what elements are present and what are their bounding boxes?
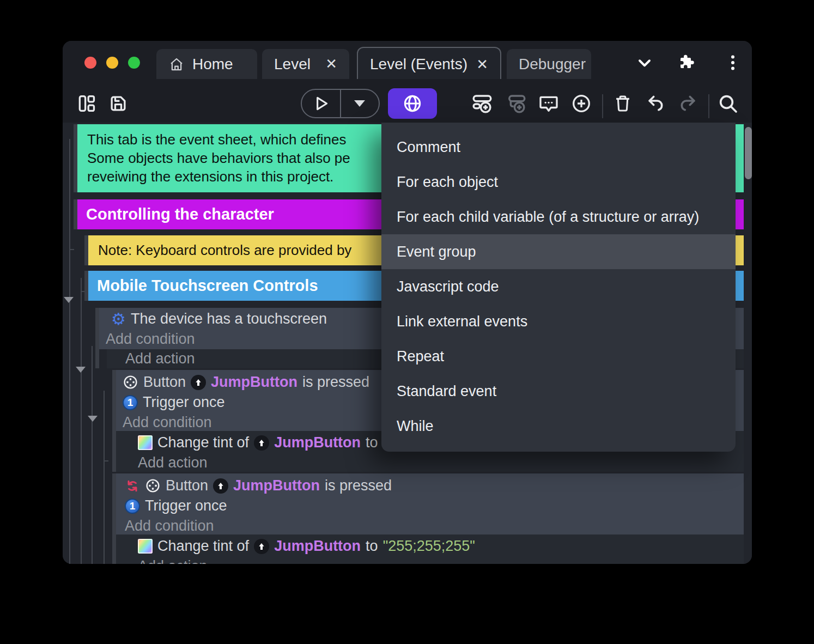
search-button[interactable] (716, 92, 740, 116)
save-button[interactable] (106, 92, 130, 116)
event-handle[interactable] (112, 473, 116, 564)
menu-item-comment[interactable]: Comment (381, 130, 736, 165)
action-text: to (366, 434, 378, 451)
open-events-function-globe-button[interactable] (388, 88, 437, 119)
event-handle[interactable] (74, 124, 77, 192)
tab-home[interactable]: Home (156, 49, 257, 79)
tab-label: Home (192, 56, 233, 73)
event-handle[interactable] (95, 308, 99, 368)
titlebar: Home Level ✕ Level (Events) ✕ Debugger (63, 41, 752, 79)
event-handle[interactable] (84, 271, 88, 301)
menu-item-for-each-object[interactable]: For each object (381, 165, 736, 199)
add-action-link[interactable]: Add action (125, 350, 195, 367)
indent-guide (81, 278, 82, 564)
add-comment-button[interactable] (537, 92, 561, 116)
menu-item-standard-event[interactable]: Standard event (381, 374, 736, 409)
minimize-window-button[interactable] (106, 57, 118, 69)
add-event-icon (471, 92, 494, 115)
close-tab-icon[interactable]: ✕ (476, 56, 488, 73)
tint-color-icon (138, 435, 153, 450)
toolbar (63, 79, 752, 123)
undo-button[interactable] (643, 92, 667, 116)
gamepad-button-icon (123, 374, 138, 390)
note-text: Note: Keyboard controls are provided by (98, 242, 351, 259)
add-condition-link[interactable]: Add condition (125, 518, 214, 534)
action-text: Change tint of (157, 538, 249, 555)
trigger-once-icon: 1 (125, 499, 140, 514)
search-icon (717, 93, 739, 114)
add-subevent-button[interactable] (504, 92, 528, 116)
object-name: JumpButton (233, 477, 320, 494)
tree-tick (69, 249, 74, 250)
toggle-panels-button[interactable] (75, 92, 99, 116)
zoom-window-button[interactable] (128, 57, 140, 69)
event-handle[interactable] (74, 199, 77, 229)
jumpbutton-object-icon (213, 478, 228, 494)
add-action-link[interactable]: Add action (138, 454, 208, 471)
collapse-event-touchscreen-toggle[interactable] (88, 416, 98, 422)
more-options-kebab-icon[interactable] (723, 53, 743, 72)
add-event-button[interactable] (470, 92, 494, 116)
tab-level[interactable]: Level ✕ (262, 49, 349, 79)
indent-guide (69, 139, 70, 564)
undo-icon (645, 93, 666, 114)
close-tab-icon[interactable]: ✕ (325, 56, 337, 72)
jumpbutton-object-icon (254, 539, 269, 554)
screen: Home Level ✕ Level (Events) ✕ Debugger (0, 0, 814, 644)
menu-item-for-each-child-variable[interactable]: For each child variable (of a structure … (381, 199, 736, 234)
event-jump2-conditions[interactable]: Button JumpButton is pressed 1 Trigger o… (116, 473, 744, 534)
comment-bubble-icon (538, 93, 560, 114)
tree-tick (104, 460, 108, 461)
menu-item-repeat[interactable]: Repeat (381, 339, 736, 374)
indent-guide (92, 346, 93, 564)
layout-columns-icon (76, 93, 97, 114)
extensions-puzzle-icon[interactable] (677, 53, 697, 72)
event-jump2-actions[interactable]: Change tint of JumpButton to "255;255;25… (116, 534, 744, 564)
action-text: Change tint of (157, 434, 249, 451)
redo-button[interactable] (676, 92, 700, 116)
gamepad-button-icon (145, 478, 161, 494)
tint-color-icon (138, 539, 153, 554)
add-condition-link[interactable]: Add condition (123, 414, 212, 431)
condition-text: The device has a touchscreen (131, 311, 327, 327)
collapse-group-controlling-toggle[interactable] (64, 297, 74, 303)
tab-label: Level (Events) (370, 56, 467, 73)
condition-text: is pressed (302, 374, 369, 391)
event-handle[interactable] (84, 235, 88, 265)
preview-options-dropdown[interactable] (341, 90, 379, 117)
toolbar-divider (708, 94, 709, 118)
object-name: JumpButton (211, 374, 297, 391)
circle-plus-icon (570, 93, 592, 114)
globe-icon (402, 93, 423, 114)
preview-play-button[interactable] (302, 90, 340, 117)
trash-icon (612, 93, 633, 114)
collapse-group-mobile-toggle[interactable] (76, 367, 86, 373)
menu-item-event-group[interactable]: Event group (381, 234, 736, 269)
object-name: JumpButton (274, 434, 361, 451)
menu-item-link-external-events[interactable]: Link external events (381, 304, 736, 339)
condition-text: Trigger once (145, 497, 227, 514)
chevron-down-icon[interactable] (635, 53, 654, 72)
add-condition-link[interactable]: Add condition (106, 331, 195, 348)
event-handle[interactable] (112, 370, 116, 472)
tab-debugger[interactable]: Debugger (507, 49, 591, 79)
vertical-scrollbar-thumb[interactable] (745, 127, 752, 179)
gear-icon: ⚙ (111, 312, 126, 327)
preview-split-button (301, 89, 380, 118)
toolbar-divider (602, 94, 603, 118)
object-name: JumpButton (274, 538, 361, 555)
save-floppy-icon (108, 93, 129, 114)
delete-button[interactable] (611, 92, 635, 116)
trigger-once-icon: 1 (123, 395, 138, 410)
add-action-link[interactable]: Add action (138, 558, 208, 564)
inverted-condition-icon (125, 478, 140, 494)
home-icon (168, 56, 185, 72)
tab-level-events[interactable]: Level (Events) ✕ (357, 47, 501, 81)
indent-guide (104, 391, 105, 564)
action-text: to (366, 538, 378, 555)
group-title: Controlling the character (86, 205, 274, 223)
menu-item-while[interactable]: While (381, 409, 736, 443)
menu-item-javascript-code[interactable]: Javascript code (381, 269, 736, 304)
add-new-button[interactable] (569, 92, 593, 116)
close-window-button[interactable] (84, 57, 96, 69)
